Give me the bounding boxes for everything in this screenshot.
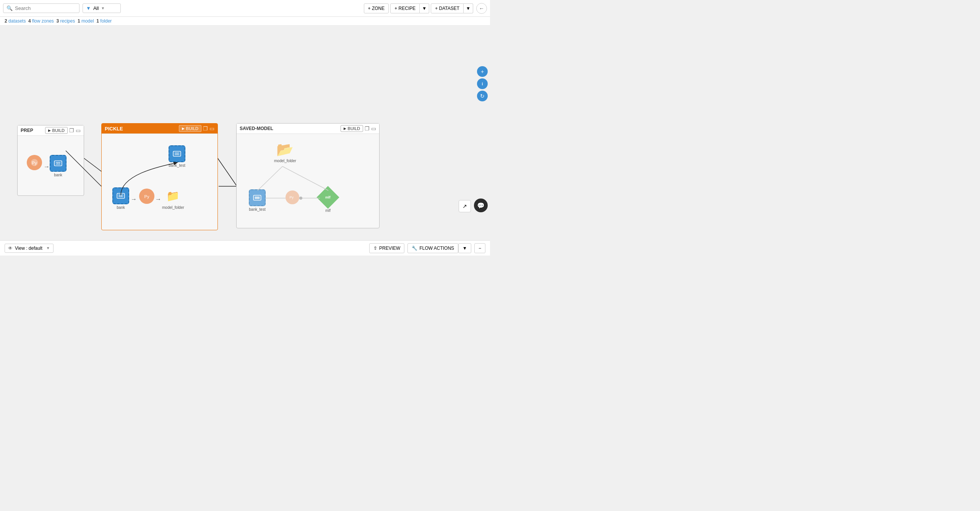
datasets-count: 2 — [5, 18, 7, 24]
saved-model-zone-header: SAVED-MODEL ▶ BUILD ❐ ▭ — [237, 124, 379, 134]
prep-python-icon: Py — [27, 155, 42, 170]
filter-dropdown-icon: ▼ — [101, 6, 105, 10]
pickle-zone-title: PICKLE — [105, 126, 123, 132]
model-link[interactable]: model — [81, 18, 94, 24]
preview-button[interactable]: ⇧ PREVIEW — [369, 243, 404, 253]
saved-modelfolder-icon: 📂 — [276, 142, 294, 158]
saved-model-build-button[interactable]: ▶ BUILD — [341, 125, 363, 132]
flow-zones-count: 4 — [28, 18, 31, 24]
pickle-internal-connectors — [102, 134, 217, 229]
pickle-banktest-icon — [169, 145, 185, 162]
subtitle-bar: 2 datasets 4 flow zones 3 recipes 1 mode… — [0, 17, 490, 26]
clock-side-button[interactable]: ↻ — [477, 91, 488, 101]
pickle-arrow2: → — [155, 196, 161, 203]
pickle-banktest-label: bank_test — [169, 163, 185, 168]
prep-expand-icon[interactable]: ❐ — [69, 127, 74, 133]
search-icon: 🔍 — [6, 5, 13, 11]
flow-actions-label: FLOW ACTIONS — [419, 246, 454, 251]
wrench-icon: 🔧 — [412, 246, 417, 251]
info-side-button[interactable]: i — [477, 78, 488, 89]
pickle-play-icon: ▶ — [182, 127, 185, 130]
view-icon: 👁 — [8, 246, 13, 251]
pickle-build-label: BUILD — [186, 126, 198, 131]
saved-python-node[interactable]: Py — [286, 190, 299, 204]
svg-point-22 — [120, 195, 121, 196]
pickle-banktest-node[interactable]: bank_test — [169, 145, 185, 168]
top-bar: 🔍 ▼ All ▼ + ZONE + RECIPE ▼ + DATASET ▼ … — [0, 0, 490, 17]
flow-actions-button-group: 🔧 FLOW ACTIONS ▼ — [407, 243, 471, 253]
pickle-modelfolder-label: model_folder — [162, 205, 184, 210]
chat-button[interactable]: 💬 — [474, 199, 488, 212]
saved-play-icon: ▶ — [344, 127, 346, 130]
pickle-zone-body: bank_test bank → — [102, 134, 217, 229]
datasets-link[interactable]: datasets — [8, 18, 26, 24]
prep-bank-icon — [50, 155, 67, 172]
svg-text:Py: Py — [144, 194, 149, 199]
saved-expand-icon[interactable]: ❐ — [365, 125, 370, 132]
search-container: 🔍 — [3, 3, 80, 13]
pickle-python-node[interactable]: Py — [139, 189, 154, 204]
saved-internal-connectors — [237, 134, 379, 227]
saved-modelfolder-node[interactable]: 📂 model_folder — [274, 142, 296, 163]
flow-actions-button[interactable]: 🔧 FLOW ACTIONS — [407, 243, 458, 253]
pickle-modelfolder-node[interactable]: 📁 model_folder — [162, 187, 184, 210]
prep-zone-body: Py → bank — [18, 136, 84, 194]
view-label: View : default — [15, 246, 42, 251]
prep-zone-title: PREP — [21, 128, 33, 133]
svg-rect-28 — [255, 197, 260, 199]
pickle-bank-node[interactable]: bank — [112, 187, 129, 210]
pickle-zone-header: PICKLE ▶ BUILD ❐ ▭ — [102, 124, 217, 134]
back-button[interactable]: ← — [476, 3, 487, 14]
saved-collapse-icon[interactable]: ▭ — [371, 125, 376, 132]
saved-mlflow-label: mlf — [325, 208, 330, 213]
flow-zones-link[interactable]: flow zones — [32, 18, 54, 24]
recipes-link[interactable]: recipes — [60, 18, 75, 24]
svg-point-13 — [59, 163, 60, 164]
saved-mlflow-node[interactable]: mlf mlf — [320, 189, 336, 213]
add-recipe-button[interactable]: + RECIPE — [390, 3, 420, 13]
pickle-build-button[interactable]: ▶ BUILD — [179, 125, 201, 132]
pickle-python-icon: Py — [139, 189, 154, 204]
filter-container: ▼ All ▼ — [83, 3, 121, 13]
prep-bank-node[interactable]: bank — [50, 155, 67, 177]
dataset-dropdown-button[interactable]: ▼ — [464, 3, 473, 13]
pickle-collapse-icon[interactable]: ▭ — [209, 125, 214, 132]
saved-model-zone: SAVED-MODEL ▶ BUILD ❐ ▭ 📂 model_folder — [236, 123, 380, 228]
prep-python-node[interactable]: Py — [27, 155, 42, 170]
dataset-button-group: + DATASET ▼ — [431, 3, 473, 13]
saved-model-zone-body: 📂 model_folder bank_test Py — [237, 134, 379, 227]
search-input[interactable] — [15, 5, 76, 11]
saved-model-zone-title: SAVED-MODEL — [240, 126, 273, 131]
add-dataset-button[interactable]: + DATASET — [431, 3, 464, 13]
pickle-bank-label: bank — [117, 205, 125, 210]
bottom-bar: 👁 View : default ▼ ⇧ PREVIEW 🔧 FLOW ACTI… — [0, 240, 490, 255]
add-zone-button[interactable]: + ZONE — [364, 3, 389, 13]
flow-canvas: PREP ▶ BUILD ❐ ▭ Py → — [0, 26, 490, 231]
svg-point-12 — [57, 163, 58, 164]
pickle-arrow1: → — [131, 196, 137, 203]
svg-point-16 — [175, 153, 176, 154]
pickle-bank-icon — [112, 187, 129, 204]
pickle-zone: PICKLE ▶ BUILD ❐ ▭ — [101, 123, 218, 230]
flow-actions-dropdown-button[interactable]: ▼ — [458, 243, 471, 253]
expand-button[interactable]: ↗ — [459, 200, 471, 212]
svg-text:Py: Py — [290, 195, 294, 199]
folder-link[interactable]: folder — [100, 18, 112, 24]
svg-point-17 — [176, 153, 177, 154]
recipe-button-group: + RECIPE ▼ — [390, 3, 429, 13]
pickle-expand-icon[interactable]: ❐ — [203, 125, 208, 132]
saved-modelfolder-label: model_folder — [274, 159, 296, 163]
recipe-dropdown-button[interactable]: ▼ — [420, 3, 429, 13]
saved-banktest-node[interactable]: bank_test — [249, 189, 266, 212]
zoom-minus-button[interactable]: − — [474, 243, 485, 253]
add-side-button[interactable]: + — [477, 66, 488, 77]
prep-build-button[interactable]: ▶ BUILD — [45, 127, 68, 134]
view-dropdown-icon: ▼ — [46, 246, 50, 250]
play-icon: ▶ — [48, 129, 51, 132]
view-select[interactable]: 👁 View : default ▼ — [5, 244, 54, 253]
svg-point-18 — [178, 153, 179, 154]
preview-arrow-icon: ⇧ — [373, 246, 377, 251]
prep-collapse-icon[interactable]: ▭ — [76, 127, 81, 133]
pickle-modelfolder-icon: 📁 — [165, 187, 182, 204]
model-count: 1 — [78, 18, 80, 24]
